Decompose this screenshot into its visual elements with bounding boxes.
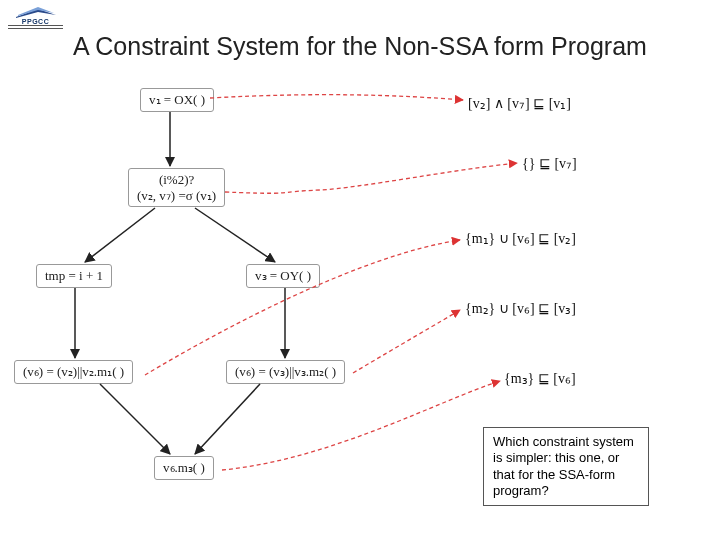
constraint-2: {} ⊑ [v₇] [522,155,577,172]
node-v1-ox: v₁ = OX( ) [140,88,214,112]
node-v6-m3: v₆.m₃( ) [154,456,214,480]
node-sigma: (v₂, v₇) =σ (v₁) [137,188,216,204]
constraint-1: [v₂] ∧ [v₇] ⊑ [v₁] [468,95,571,112]
page-title: A Constraint System for the Non-SSA form… [0,32,720,61]
constraint-3: {m₁} ∪ [v₆] ⊑ [v₂] [465,230,576,247]
node-v6-left: (v₆) = (v₂)||v₂.m₁( ) [14,360,133,384]
svg-line-3 [85,208,155,262]
callout-question: Which constraint system is simpler: this… [483,427,649,506]
logo-subtext [8,25,63,29]
svg-line-7 [100,384,170,454]
node-tmp: tmp = i + 1 [36,264,112,288]
node-v6-right: (v₆) = (v₃)||v₃.m₂( ) [226,360,345,384]
node-v3-oy: v₃ = OY( ) [246,264,320,288]
svg-line-8 [195,384,260,454]
node-cond: (i%2)? [137,172,216,188]
svg-line-4 [195,208,275,262]
constraint-5: {m₃} ⊑ [v₆] [504,370,576,387]
logo-text: PPGCC [8,18,63,25]
node-branch: (i%2)? (v₂, v₇) =σ (v₁) [128,168,225,207]
constraint-4: {m₂} ∪ [v₆] ⊑ [v₃] [465,300,576,317]
